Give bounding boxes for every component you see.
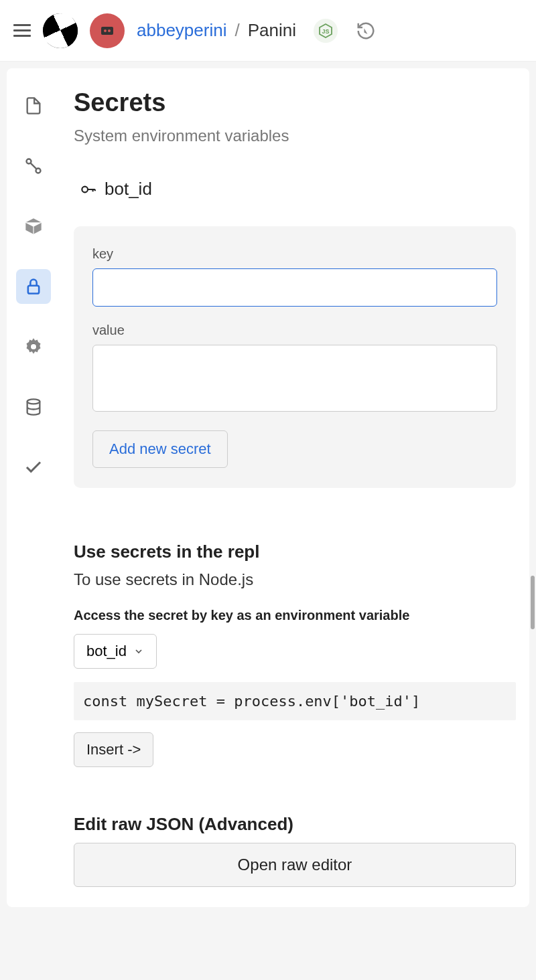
svg-point-8 [31, 344, 36, 349]
sidebar-item-database[interactable] [16, 390, 51, 424]
key-icon [79, 181, 96, 198]
scrollbar[interactable] [531, 576, 535, 629]
avatar[interactable] [90, 13, 125, 48]
dropdown-value: bot_id [86, 643, 127, 660]
history-icon[interactable] [354, 19, 378, 43]
nodejs-icon[interactable]: JS [314, 19, 338, 43]
breadcrumb: abbeyperini / Panini [137, 20, 296, 41]
secret-entry[interactable]: bot_id [74, 179, 516, 199]
breadcrumb-separator: / [234, 20, 239, 41]
page-title: Secrets [74, 88, 516, 117]
secret-select-dropdown[interactable]: bot_id [74, 634, 157, 669]
sidebar-item-done[interactable] [16, 450, 51, 485]
usage-help: Access the secret by key as an environme… [74, 608, 516, 623]
key-label: key [92, 246, 497, 262]
advanced-title: Edit raw JSON (Advanced) [74, 814, 516, 835]
add-secret-form: key value Add new secret [74, 226, 516, 488]
value-label: value [92, 323, 497, 338]
breadcrumb-user[interactable]: abbeyperini [137, 20, 226, 41]
svg-rect-6 [28, 286, 39, 294]
svg-text:JS: JS [322, 28, 329, 35]
usage-title: Use secrets in the repl [74, 542, 516, 562]
sidebar-item-version[interactable] [16, 149, 51, 183]
svg-rect-0 [101, 27, 113, 35]
svg-point-10 [82, 186, 88, 192]
insert-button[interactable]: Insert -> [74, 732, 153, 767]
breadcrumb-project[interactable]: Panini [248, 20, 296, 41]
sidebar-item-settings[interactable] [16, 329, 51, 364]
chevron-down-icon [133, 646, 144, 657]
sidebar-item-files[interactable] [16, 88, 51, 123]
main-content: Secrets System environment variables bot… [60, 68, 529, 907]
add-secret-button[interactable]: Add new secret [92, 430, 228, 468]
secret-name: bot_id [105, 179, 152, 199]
menu-icon[interactable] [13, 24, 31, 37]
svg-point-9 [27, 399, 40, 404]
code-snippet: const mySecret = process.env['bot_id'] [74, 682, 516, 720]
page-subtitle: System environment variables [74, 127, 516, 145]
svg-point-1 [104, 29, 107, 32]
sidebar-item-secrets[interactable] [16, 269, 51, 304]
sidebar [7, 68, 60, 907]
replit-logo-icon[interactable] [43, 13, 78, 48]
usage-desc: To use secrets in Node.js [74, 570, 516, 589]
key-input[interactable] [92, 268, 497, 307]
open-raw-editor-button[interactable]: Open raw editor [74, 843, 516, 887]
value-input[interactable] [92, 345, 497, 412]
header: abbeyperini / Panini JS [0, 0, 536, 62]
svg-point-2 [108, 29, 111, 32]
sidebar-item-packages[interactable] [16, 209, 51, 244]
